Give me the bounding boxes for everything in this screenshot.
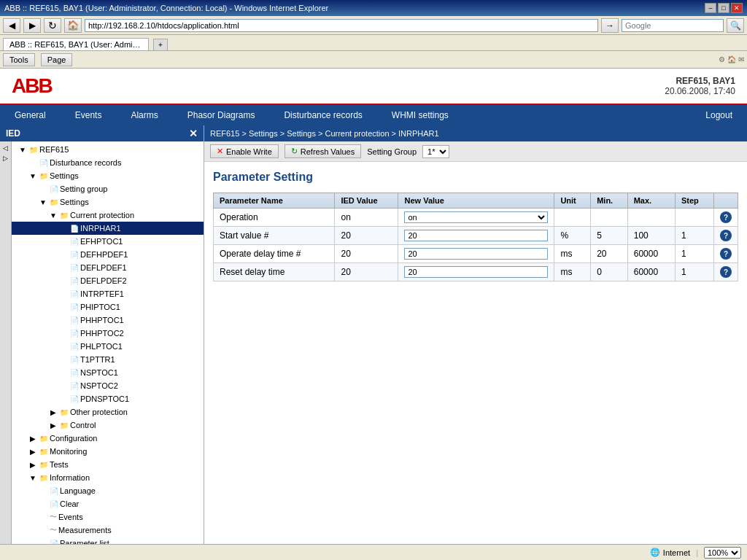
tree-item-clear[interactable]: ▷ 📄 Clear xyxy=(12,497,204,510)
tree-item-settings[interactable]: ▼ 📁 Settings xyxy=(12,169,204,182)
status-divider: | xyxy=(696,548,698,557)
nav-events[interactable]: Events xyxy=(61,105,117,125)
globe-icon: 🌐 xyxy=(650,548,660,557)
param-new-2[interactable] xyxy=(398,245,554,263)
tree-item-events[interactable]: ▷ 〜 Events xyxy=(12,510,204,524)
param-input-reset-delay[interactable] xyxy=(404,266,548,278)
collapse-icon[interactable]: ◁ xyxy=(3,144,8,152)
left-panel: IED ✕ ◁ ▷ ▼ 📁 REF615 ▷ 📄 Disturbance rec… xyxy=(0,125,204,544)
param-new-0[interactable]: on off xyxy=(398,209,554,227)
minimize-button[interactable]: – xyxy=(705,3,716,13)
toggle-control[interactable]: ▶ xyxy=(48,420,58,430)
address-input[interactable] xyxy=(85,19,598,32)
tree-item-control[interactable]: ▶ 📁 Control xyxy=(12,419,204,432)
param-help-1[interactable]: ? xyxy=(714,227,738,245)
go-button[interactable]: → xyxy=(601,18,619,33)
refresh-button[interactable]: ↻ xyxy=(44,18,61,33)
help-icon-2[interactable]: ? xyxy=(720,248,732,260)
tree-label-current-protection: Current protection xyxy=(70,211,134,219)
tree-item-nsptoc2[interactable]: ▷ 📄 NSPTOC2 xyxy=(12,379,204,392)
tree-item-inrphar1[interactable]: ▷ 📄 INRPHAR1 xyxy=(12,222,204,235)
tree-item-deflpdef1[interactable]: ▷ 📄 DEFLPDEF1 xyxy=(12,261,204,274)
toggle-other-protection[interactable]: ▶ xyxy=(48,407,58,417)
toggle-tests[interactable]: ▶ xyxy=(28,459,38,470)
tree-item-measurements[interactable]: ▷ 〜 Measurements xyxy=(12,524,204,537)
nav-general[interactable]: General xyxy=(0,105,61,125)
tree-item-nsptoc1[interactable]: ▷ 📄 NSPTOC1 xyxy=(12,366,204,379)
leaf-icon-language: 📄 xyxy=(50,487,58,495)
tree-item-information[interactable]: ▼ 📁 Information xyxy=(12,471,204,484)
search-input[interactable] xyxy=(622,19,724,32)
toggle-monitoring[interactable]: ▶ xyxy=(28,446,38,456)
table-body: Operation on on off ? xyxy=(214,209,738,281)
leaf-icon-phhptoc1: 📄 xyxy=(70,316,79,324)
tree-item-other-protection[interactable]: ▶ 📁 Other protection xyxy=(12,405,204,419)
toggle-ref615[interactable]: ▼ xyxy=(18,144,28,155)
param-select-operation[interactable]: on off xyxy=(404,211,548,223)
tree-item-phlptoc1[interactable]: ▷ 📄 PHLPTOC1 xyxy=(12,340,204,353)
nav-alarms[interactable]: Alarms xyxy=(116,105,172,125)
param-name-1: Start value # xyxy=(214,227,335,245)
tree-item-deflpdef2[interactable]: ▷ 📄 DEFLPDEF2 xyxy=(12,274,204,287)
param-help-2[interactable]: ? xyxy=(714,245,738,263)
param-new-1[interactable] xyxy=(398,227,554,245)
tree-item-ref615[interactable]: ▼ 📁 REF615 xyxy=(12,143,204,156)
param-new-3[interactable] xyxy=(398,263,554,281)
table-row: Operation on on off ? xyxy=(214,209,738,227)
tree-item-tests[interactable]: ▶ 📁 Tests xyxy=(12,458,204,471)
new-tab-button[interactable]: + xyxy=(153,39,168,50)
home-button[interactable]: 🏠 xyxy=(64,18,82,33)
help-icon-3[interactable]: ? xyxy=(720,266,732,278)
tree-item-configuration[interactable]: ▶ 📁 Configuration xyxy=(12,432,204,445)
tree-item-phiptoc1[interactable]: ▷ 📄 PHIPTOC1 xyxy=(12,300,204,314)
search-button[interactable]: 🔍 xyxy=(727,18,744,33)
setting-group-select[interactable]: 1* 2 3 4 xyxy=(422,145,449,158)
abb-logo: ABB xyxy=(12,74,52,98)
toggle-settings2[interactable]: ▼ xyxy=(38,197,48,207)
param-unit-0 xyxy=(554,209,591,227)
refresh-values-button[interactable]: ↻ Refresh Values xyxy=(285,144,361,158)
toggle-information[interactable]: ▼ xyxy=(28,472,38,483)
forward-button[interactable]: ▶ xyxy=(23,18,41,33)
nav-whmi[interactable]: WHMI settings xyxy=(377,105,463,125)
param-help-3[interactable]: ? xyxy=(714,263,738,281)
page-button[interactable]: Page xyxy=(41,53,73,66)
tree-container: ▼ 📁 REF615 ▷ 📄 Disturbance records ▼ 📁 S… xyxy=(12,141,204,544)
param-input-start-value[interactable] xyxy=(404,230,548,241)
tree-item-language[interactable]: ▷ 📄 Language xyxy=(12,484,204,497)
tree-item-current-protection[interactable]: ▼ 📁 Current protection xyxy=(12,209,204,222)
tools-button[interactable]: Tools xyxy=(3,53,35,66)
nav-phasor[interactable]: Phasor Diagrams xyxy=(173,105,270,125)
tree-item-intrptef1[interactable]: ▷ 📄 INTRPTEF1 xyxy=(12,287,204,300)
toggle-configuration[interactable]: ▶ xyxy=(28,433,38,443)
enable-write-button[interactable]: ✕ Enable Write xyxy=(210,144,279,158)
tree-item-disturbance[interactable]: ▷ 📄 Disturbance records xyxy=(12,156,204,169)
param-name-3: Reset delay time xyxy=(214,263,335,281)
tree-item-pdnsptoc1[interactable]: ▷ 📄 PDNSPTOC1 xyxy=(12,392,204,405)
param-help-0[interactable]: ? xyxy=(714,209,738,227)
zoom-select[interactable]: 100% 75% 125% xyxy=(704,547,741,559)
help-icon-0[interactable]: ? xyxy=(720,211,732,223)
tree-item-monitoring[interactable]: ▶ 📁 Monitoring xyxy=(12,445,204,458)
toggle-current-protection[interactable]: ▼ xyxy=(48,210,58,220)
browser-tab-main[interactable]: ABB :: REF615, BAY1 (User: Administrator… xyxy=(3,38,149,50)
nav-disturbance[interactable]: Disturbance records xyxy=(269,105,376,125)
toggle-settings[interactable]: ▼ xyxy=(28,171,38,181)
expand-icon[interactable]: ▷ xyxy=(3,155,8,162)
panel-close-button[interactable]: ✕ xyxy=(189,128,198,139)
tree-item-t1pttr1[interactable]: ▷ 📄 T1PTTR1 xyxy=(12,353,204,366)
tree-item-efhptoc1[interactable]: ▷ 📄 EFHPTOC1 xyxy=(12,235,204,248)
tree-item-phhptoc1[interactable]: ▷ 📄 PHHPTOC1 xyxy=(12,314,204,327)
help-icon-1[interactable]: ? xyxy=(720,230,732,241)
tree-item-defhpdef1[interactable]: ▷ 📄 DEFHPDEF1 xyxy=(12,248,204,261)
close-button[interactable]: ✕ xyxy=(731,3,743,13)
tree-item-parameter-list[interactable]: ▷ 📄 Parameter list xyxy=(12,537,204,544)
back-button[interactable]: ◀ xyxy=(3,18,20,33)
param-input-operate-delay[interactable] xyxy=(404,248,548,260)
tree-item-phhptoc2[interactable]: ▷ 📄 PHHPTOC2 xyxy=(12,327,204,340)
tree-item-setting-group[interactable]: ▷ 📄 Setting group xyxy=(12,182,204,195)
nav-logout[interactable]: Logout xyxy=(691,105,747,125)
maximize-button[interactable]: □ xyxy=(718,3,729,13)
leaf-icon-events: 〜 xyxy=(50,512,57,522)
tree-item-settings2[interactable]: ▼ 📁 Settings xyxy=(12,195,204,209)
